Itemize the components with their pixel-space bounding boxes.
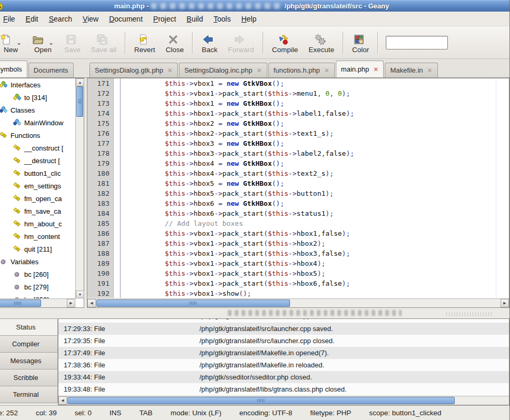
fold-margin[interactable] (114, 198, 121, 208)
symbol-functions[interactable]: ▼Functions (0, 129, 75, 142)
panel-tab-scribble[interactable]: Scribble (0, 369, 58, 386)
code-line[interactable]: 180$this->hbox4->pack_start($this->text2… (87, 168, 509, 178)
menu-file[interactable]: File (0, 13, 21, 25)
line-number[interactable]: 176 (87, 128, 114, 138)
scroll-left-icon[interactable]: ◀ (87, 299, 96, 307)
toolbar-compile-button[interactable]: Compile (267, 30, 304, 55)
message-row[interactable]: 19:33:48: File/php/gtk/gtranslateif/libs… (58, 383, 509, 395)
code-line[interactable]: 186$this->vbox1->pack_start($this->hbox1… (87, 228, 509, 238)
symbol-button1-clic[interactable]: button1_clic (0, 167, 75, 179)
fold-margin[interactable] (114, 208, 121, 218)
menu-search[interactable]: Search (44, 13, 77, 25)
sidebar-hscroll-thumb[interactable] (0, 299, 41, 307)
line-number[interactable]: 182 (87, 188, 114, 198)
editor-panel-splitter[interactable] (0, 308, 509, 318)
fold-margin[interactable] (114, 78, 121, 88)
code-line[interactable]: 181$this->hbox5 = new GtkHBox(); (87, 178, 509, 188)
menu-edit[interactable]: Edit (21, 13, 44, 25)
line-number[interactable]: 190 (87, 268, 114, 278)
dropdown-arrow-icon[interactable]: ⌄ (48, 40, 54, 45)
code-line[interactable]: 175$this->hbox2 = new GtkHBox(); (87, 118, 509, 128)
scroll-right-icon[interactable]: ▶ (501, 299, 509, 307)
editor-horizontal-scrollbar[interactable]: ◀ ▶ (87, 298, 509, 307)
symbol-fm-open-ca[interactable]: fm_open_ca (0, 192, 75, 205)
sidebar-vscroll-thumb[interactable] (76, 86, 83, 117)
line-number[interactable]: 173 (87, 98, 114, 108)
message-row[interactable]: 17:38:36: File/php/gtk/gtranslateif/Make… (58, 359, 509, 371)
code-line[interactable]: 187$this->vbox1->pack_start($this->hbox2… (87, 238, 509, 248)
tab-close-icon[interactable]: ✕ (257, 67, 262, 74)
code-line[interactable]: 173$this->hbox1 = new GtkHBox(); (87, 98, 509, 108)
code-line[interactable]: 178$this->hbox3->pack_start($this->label… (87, 148, 509, 158)
menu-document[interactable]: Document (104, 13, 148, 25)
line-number[interactable]: 185 (87, 218, 114, 228)
menu-build[interactable]: Build (182, 13, 208, 25)
code-line[interactable]: 174$this->hbox1->pack_start($this->label… (87, 108, 509, 118)
fold-margin[interactable] (114, 268, 121, 278)
panel-tab-terminal[interactable]: Terminal (0, 386, 58, 403)
toolbar-close-button[interactable]: Close (161, 30, 189, 55)
sidebar-tab-documents[interactable]: Documents (28, 63, 74, 77)
editor-tab-functions-h-php[interactable]: functions.h.php✕ (268, 63, 335, 77)
symbol-bc-279-[interactable]: bc [279] (0, 281, 75, 293)
fold-margin[interactable] (114, 238, 121, 248)
tab-close-icon[interactable]: ✕ (427, 67, 433, 74)
fold-margin[interactable] (114, 158, 121, 168)
tab-close-icon[interactable]: ✕ (324, 67, 329, 74)
line-number[interactable]: 183 (87, 198, 114, 208)
code-pane[interactable]: 171$this->vbox1 = new GtkVBox();172$this… (87, 78, 509, 298)
code-line[interactable]: 171$this->vbox1 = new GtkVBox(); (87, 78, 509, 88)
line-number[interactable]: 188 (87, 248, 114, 258)
fold-margin[interactable] (114, 278, 121, 288)
toolbar-revert-button[interactable]: Revert (129, 30, 161, 55)
line-number[interactable]: 191 (87, 278, 114, 288)
splitter-grip[interactable] (445, 312, 494, 316)
line-number[interactable]: 172 (87, 88, 114, 98)
fold-margin[interactable] (114, 258, 121, 268)
code-line[interactable]: 183$this->hbox6 = new GtkHBox(); (87, 198, 509, 208)
panel-tab-messages[interactable]: Messages (0, 352, 58, 369)
sidebar-horizontal-scrollbar[interactable]: ▶ (0, 298, 75, 307)
symbol-bc-260-[interactable]: bc [260] (0, 268, 75, 281)
line-number[interactable]: 192 (87, 288, 114, 298)
message-row[interactable]: 19:33:44: File/php/gtk/sseditor/sseditor… (58, 371, 509, 383)
symbol--construct-[interactable]: __construct [ (0, 142, 75, 154)
fold-margin[interactable] (114, 248, 121, 258)
code-line[interactable]: 172$this->vbox1->pack_start($this->menu1… (87, 88, 509, 98)
symbol-mainwindow[interactable]: MainWindow (0, 116, 75, 129)
code-line[interactable]: 189$this->vbox1->pack_start($this->hbox4… (87, 258, 509, 268)
code-line[interactable]: 179$this->hbox4 = new GtkHBox(); (87, 158, 509, 168)
scroll-right-icon[interactable]: ▶ (67, 299, 75, 307)
toolbar-color-button[interactable]: Color (347, 30, 374, 55)
code-line[interactable]: 191$this->vbox1->pack_start($this->hbox6… (87, 278, 509, 288)
messages-hscroll-thumb[interactable] (67, 397, 455, 404)
tab-close-icon[interactable]: ✕ (373, 66, 378, 73)
code-line[interactable]: 182$this->hbox5->pack_start($this->butto… (87, 188, 509, 198)
line-number[interactable]: 180 (87, 168, 114, 178)
line-number[interactable]: 171 (87, 78, 114, 88)
toolbar-new-button[interactable]: ⌄New (0, 30, 27, 55)
toolbar-open-button[interactable]: ⌄Open (27, 30, 59, 55)
symbol-em-settings[interactable]: em_settings (0, 179, 75, 192)
fold-margin[interactable] (114, 88, 121, 98)
menu-view[interactable]: View (77, 13, 104, 25)
code-line[interactable]: 188$this->vbox1->pack_start($this->hbox3… (87, 248, 509, 258)
line-number[interactable]: 179 (87, 158, 114, 168)
line-number[interactable]: 189 (87, 258, 114, 268)
code-line[interactable]: 192$this->vbox1->show(); (87, 288, 509, 298)
scroll-down-icon[interactable]: ▼ (76, 291, 84, 298)
symbol-bo-259-[interactable]: bo [259] (0, 293, 75, 298)
toolbar-back-button[interactable]: Back (196, 30, 223, 55)
messages-horizontal-scrollbar[interactable]: ◀ (58, 396, 509, 405)
fold-margin[interactable] (114, 188, 121, 198)
goto-line-entry[interactable] (386, 36, 448, 49)
editor-tab-settingsdialog-inc-php[interactable]: SettingsDialog.inc.php✕ (179, 63, 267, 77)
titlebar[interactable]: main.php - /php/gtk/gtranslateif/src - G… (0, 0, 509, 12)
fold-margin[interactable] (114, 288, 121, 298)
menu-help[interactable]: Help (236, 13, 262, 25)
symbol-fm-save-ca[interactable]: fm_save_ca (0, 205, 75, 217)
editor-hscroll-thumb[interactable] (96, 299, 290, 307)
fold-margin[interactable] (114, 98, 121, 108)
fold-margin[interactable] (114, 118, 121, 128)
fold-margin[interactable] (114, 168, 121, 178)
